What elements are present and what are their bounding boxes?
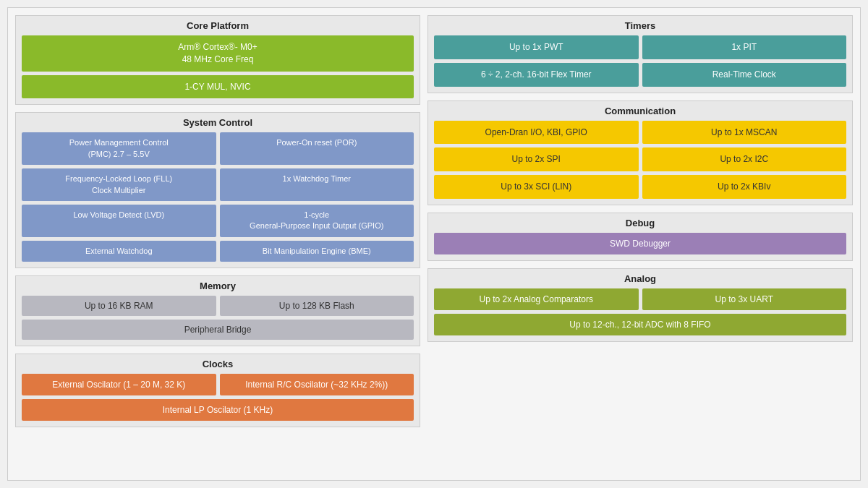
- sysctrl-item-3: 1x Watchdog Timer: [220, 168, 414, 201]
- comm-i2c: Up to 2x I2C: [642, 147, 847, 171]
- comm-spi: Up to 2x SPI: [434, 147, 639, 171]
- clocks-internal-rc: Internal R/C Oscilator (~32 KHz 2%)): [220, 374, 414, 395]
- system-control-section: System Control Power Management Control(…: [15, 112, 420, 268]
- memory-row-1: Up to 16 KB RAM Up to 128 KB Flash: [22, 296, 414, 316]
- sysctrl-item-5: 1-cycleGeneral-Purpose Input Output (GPI…: [220, 205, 414, 237]
- timers-pwt: Up to 1x PWT: [434, 35, 639, 59]
- sysctrl-item-1: Power-On reset (POR): [220, 132, 414, 165]
- sysctrl-item-4: Low Voltage Detect (LVD): [22, 205, 216, 237]
- main-container: Core Platform Arm® Cortex®- M0+ 48 MHz C…: [7, 7, 861, 481]
- sysctrl-item-6: External Watchdog: [22, 241, 216, 262]
- comm-kbi: Up to 2x KBIv: [642, 175, 847, 199]
- analog-grid: Up to 2x Analog Comparators Up to 3x UAR…: [434, 288, 846, 335]
- core-block-1: Arm® Cortex®- M0+ 48 MHz Core Freq: [22, 35, 414, 72]
- core-platform-section: Core Platform Arm® Cortex®- M0+ 48 MHz C…: [15, 15, 420, 105]
- right-column: Timers Up to 1x PWT 1x PIT 6 ÷ 2, 2-ch. …: [427, 15, 853, 473]
- sysctrl-item-0: Power Management Control(PMC) 2.7 – 5.5V: [22, 132, 216, 165]
- core-grid: Arm® Cortex®- M0+ 48 MHz Core Freq 1-CY …: [22, 35, 414, 98]
- debug-swd: SWD Debugger: [434, 233, 846, 254]
- memory-title: Memory: [22, 281, 414, 291]
- sysctrl-item-7: Bit Manipulation Engine (BME): [220, 241, 414, 262]
- memory-grid: Up to 16 KB RAM Up to 128 KB Flash Perip…: [22, 296, 414, 340]
- timers-section: Timers Up to 1x PWT 1x PIT 6 ÷ 2, 2-ch. …: [427, 15, 853, 93]
- comm-sci: Up to 3x SCI (LIN): [434, 175, 639, 199]
- timers-title: Timers: [434, 20, 846, 31]
- timers-flex: 6 ÷ 2, 2-ch. 16-bit Flex Timer: [434, 63, 639, 87]
- memory-section: Memory Up to 16 KB RAM Up to 128 KB Flas…: [15, 275, 420, 346]
- clocks-title: Clocks: [22, 359, 414, 369]
- core-block-2: 1-CY MUL, NVIC: [22, 75, 414, 99]
- timers-grid: Up to 1x PWT 1x PIT 6 ÷ 2, 2-ch. 16-bit …: [434, 35, 846, 87]
- analog-title: Analog: [434, 273, 846, 284]
- clocks-internal-lp: Internal LP Oscilator (1 KHz): [22, 399, 414, 421]
- left-column: Core Platform Arm® Cortex®- M0+ 48 MHz C…: [15, 15, 420, 473]
- memory-bridge: Peripheral Bridge: [22, 320, 414, 340]
- communication-title: Communication: [434, 106, 846, 116]
- analog-row-1: Up to 2x Analog Comparators Up to 3x UAR…: [434, 288, 846, 310]
- debug-title: Debug: [434, 218, 846, 228]
- sysctrl-grid: Power Management Control(PMC) 2.7 – 5.5V…: [22, 132, 414, 262]
- clocks-external: External Oscilator (1 – 20 M, 32 K): [22, 374, 216, 395]
- analog-comparators: Up to 2x Analog Comparators: [434, 288, 639, 310]
- comm-grid: Open-Dran I/O, KBI, GPIO Up to 1x MSCAN …: [434, 121, 846, 199]
- memory-ram: Up to 16 KB RAM: [22, 296, 216, 316]
- memory-flash: Up to 128 KB Flash: [220, 296, 414, 316]
- clocks-section: Clocks External Oscilator (1 – 20 M, 32 …: [15, 354, 420, 427]
- core-platform-title: Core Platform: [22, 20, 414, 31]
- debug-section: Debug SWD Debugger: [427, 213, 853, 261]
- sysctrl-item-2: Frequency-Locked Loop (FLL)Clock Multipl…: [22, 168, 216, 201]
- analog-section: Analog Up to 2x Analog Comparators Up to…: [427, 268, 853, 342]
- clocks-row-1: External Oscilator (1 – 20 M, 32 K) Inte…: [22, 374, 414, 395]
- analog-uart: Up to 3x UART: [642, 288, 847, 310]
- clocks-grid: External Oscilator (1 – 20 M, 32 K) Inte…: [22, 374, 414, 421]
- system-control-title: System Control: [22, 117, 414, 128]
- timers-pit: 1x PIT: [642, 35, 847, 59]
- communication-section: Communication Open-Dran I/O, KBI, GPIO U…: [427, 100, 853, 205]
- timers-rtc: Real-Time Clock: [642, 63, 847, 87]
- analog-adc: Up to 12-ch., 12-bit ADC with 8 FIFO: [434, 314, 846, 335]
- comm-mscan: Up to 1x MSCAN: [642, 121, 847, 145]
- comm-gpio: Open-Dran I/O, KBI, GPIO: [434, 121, 639, 145]
